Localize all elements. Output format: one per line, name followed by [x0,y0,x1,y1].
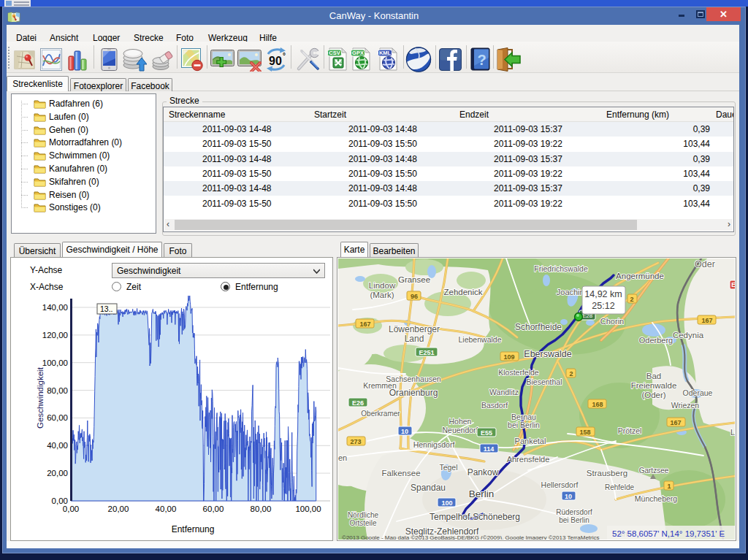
svg-text:60,00: 60,00 [203,505,224,513]
svg-text:Hennigsdorf: Hennigsdorf [413,440,455,449]
svg-text:(Mark): (Mark) [370,291,394,299]
svg-text:Lindow: Lindow [369,281,396,290]
svg-text:bei Berlin: bei Berlin [508,421,540,429]
svg-text:2: 2 [569,370,573,377]
svg-text:Tegel: Tegel [439,463,457,472]
svg-text:°: ° [283,52,286,60]
svg-text:114: 114 [484,445,495,453]
svg-text:40,00: 40,00 [47,441,68,450]
svg-text:Kremmen: Kremmen [363,381,397,390]
svg-text:0,00: 0,00 [63,505,79,513]
svg-text:273: 273 [350,438,361,445]
svg-text:13..: 13.. [100,304,113,313]
svg-text:Neuendorf: Neuendorf [442,426,478,434]
svg-text:Löwenberger: Löwenberger [389,324,440,334]
svg-text:CSV: CSV [329,50,340,56]
svg-text:Land: Land [405,334,424,344]
svg-text:Berlin: Berlin [469,488,495,499]
svg-text:Spandau: Spandau [411,483,446,493]
svg-text:140,00: 140,00 [42,303,68,312]
svg-text:1: 1 [667,483,671,490]
svg-text:14,92 km: 14,92 km [584,289,622,299]
svg-text:Freienwalde: Freienwalde [631,381,677,390]
svg-text:Oderaue: Oderaue [683,388,713,397]
svg-text:20,00: 20,00 [47,469,68,477]
svg-text:Strausberg: Strausberg [587,469,627,477]
svg-text:40,00: 40,00 [156,505,177,513]
svg-text:109: 109 [503,353,514,361]
svg-text:10: 10 [565,493,572,500]
svg-text:167: 167 [701,317,712,324]
svg-text:Tempelhof-Schöneberg: Tempelhof-Schöneberg [430,512,520,522]
svg-text:Wriezen: Wriezen [671,401,699,410]
svg-text:80,00: 80,00 [251,505,272,513]
svg-text:Chorin: Chorin [600,317,624,326]
svg-text:Hohen: Hohen [449,417,472,426]
svg-text:Schorfheide: Schorfheide [515,322,562,332]
svg-text:Eberswalde: Eberswalde [524,349,571,359]
svg-text:52° 58,6057' N,14° 19,7351' E: 52° 58,6057' N,14° 19,7351' E [612,529,725,538]
svg-text:Lets: Lets [730,428,735,437]
svg-text:10: 10 [401,428,408,435]
svg-text:Klosterfelde: Klosterfelde [498,368,539,377]
svg-text:Oberkramer: Oberkramer [361,410,400,418]
svg-text:E: E [731,281,735,288]
svg-text:Liebenwalde: Liebenwalde [459,335,502,344]
svg-text:Oder: Oder [695,259,715,269]
svg-text:?: ? [477,52,486,68]
svg-text:Panketal: Panketal [515,437,546,445]
svg-text:Wandlitz: Wandlitz [489,388,519,396]
svg-text:E26: E26 [352,399,364,407]
svg-text:©2013 Google - Map data ©2013: ©2013 Google - Map data ©2013 GeoBasis-D… [342,534,600,540]
svg-text:Cedynia: Cedynia [673,331,704,340]
svg-text:167: 167 [670,419,681,426]
svg-text:158: 158 [579,429,590,436]
svg-text:120,00: 120,00 [42,331,68,340]
svg-text:60,00: 60,00 [47,413,68,422]
svg-text:Prötzel: Prötzel [618,426,642,435]
svg-text:2: 2 [630,296,633,303]
svg-text:25:12: 25:12 [592,301,614,311]
svg-text:Geschwindigkeit: Geschwindigkeit [36,367,45,429]
svg-text:Zehdenick: Zehdenick [443,288,482,296]
svg-text:Ortsteile: Ortsteile [349,519,377,527]
svg-text:Rehfelde: Rehfelde [605,483,634,491]
svg-text:E55: E55 [481,429,492,437]
svg-text:Rüdersdorf: Rüdersdorf [556,508,592,516]
svg-text:Falkensee: Falkensee [381,469,420,477]
svg-text:Biesenthal: Biesenthal [526,377,562,386]
svg-text:E251: E251 [419,349,434,356]
svg-text:(Oder): (Oder) [641,391,665,399]
svg-text:auen: auen [338,453,347,462]
svg-text:80,00: 80,00 [47,386,68,395]
svg-text:Oderberg: Oderberg [639,336,673,345]
svg-text:Bad: Bad [646,372,661,380]
svg-text:Pankow: Pankow [468,467,499,477]
svg-text:100: 100 [441,499,452,507]
svg-text:Hellersdorf: Hellersdorf [541,480,579,489]
svg-text:100,00: 100,00 [295,505,321,513]
svg-text:Friedrichswalde: Friedrichswalde [534,264,588,273]
svg-text:100,00: 100,00 [42,358,68,367]
svg-text:KML: KML [379,50,392,56]
svg-text:Gransee: Gransee [398,275,430,284]
svg-text:bei Berlin: bei Berlin [559,516,589,524]
svg-text:Basdorf: Basdorf [481,401,508,410]
svg-text:GPX: GPX [352,50,364,56]
svg-text:96: 96 [411,293,418,300]
svg-text:167: 167 [359,321,370,328]
svg-text:Entfernung: Entfernung [172,524,215,534]
svg-text:20,00: 20,00 [108,505,129,513]
svg-text:168: 168 [592,401,603,408]
svg-text:Gartzsee: Gartzsee [639,467,669,475]
svg-text:Nördliche: Nördliche [348,511,379,519]
svg-text:Angermünde: Angermünde [616,272,664,280]
svg-text:90: 90 [269,55,282,67]
svg-text:Müncheberg: Müncheberg [635,494,678,503]
svg-text:Ahrensfelde: Ahrensfelde [507,455,550,464]
